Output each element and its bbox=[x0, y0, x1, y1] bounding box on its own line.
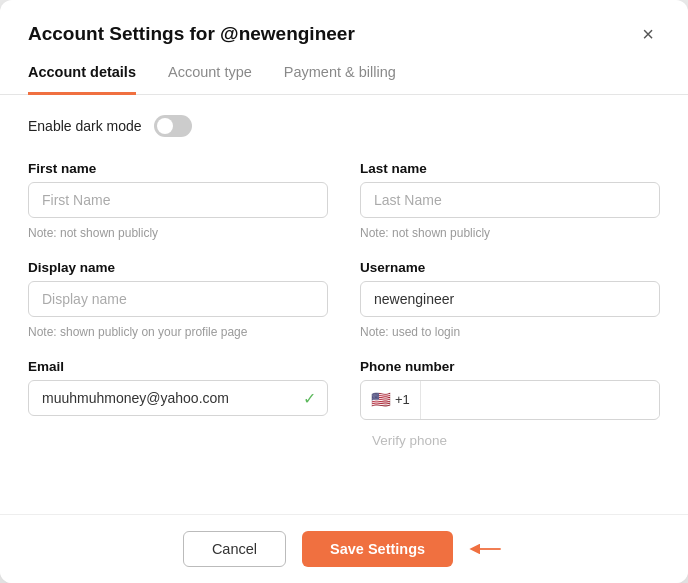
close-button[interactable]: × bbox=[636, 22, 660, 46]
cancel-button[interactable]: Cancel bbox=[183, 531, 286, 567]
phone-flag[interactable]: 🇺🇸 +1 bbox=[361, 381, 421, 419]
tab-account-details[interactable]: Account details bbox=[28, 64, 136, 95]
first-name-input[interactable] bbox=[28, 182, 328, 218]
display-name-label: Display name bbox=[28, 260, 328, 275]
us-flag-icon: 🇺🇸 bbox=[371, 390, 391, 409]
display-name-note: Note: shown publicly on your profile pag… bbox=[28, 325, 328, 339]
email-verified-icon: ✓ bbox=[303, 388, 316, 407]
account-settings-modal: Account Settings for @newengineer × Acco… bbox=[0, 0, 688, 583]
email-input[interactable] bbox=[28, 380, 328, 416]
form-grid: First name Note: not shown publicly Last… bbox=[28, 161, 660, 455]
phone-group: Phone number 🇺🇸 +1 Verify phone bbox=[360, 359, 660, 455]
email-wrapper: ✓ bbox=[28, 380, 328, 416]
first-name-group: First name Note: not shown publicly bbox=[28, 161, 328, 240]
country-code: +1 bbox=[395, 392, 410, 407]
tab-payment-billing[interactable]: Payment & billing bbox=[284, 64, 396, 95]
phone-input[interactable] bbox=[421, 383, 659, 417]
arrow-icon bbox=[469, 539, 505, 559]
last-name-note: Note: not shown publicly bbox=[360, 226, 660, 240]
last-name-input[interactable] bbox=[360, 182, 660, 218]
display-name-input[interactable] bbox=[28, 281, 328, 317]
email-label: Email bbox=[28, 359, 328, 374]
dark-mode-label: Enable dark mode bbox=[28, 118, 142, 134]
first-name-note: Note: not shown publicly bbox=[28, 226, 328, 240]
tab-account-type[interactable]: Account type bbox=[168, 64, 252, 95]
dark-mode-row: Enable dark mode bbox=[28, 115, 660, 137]
verify-phone-button[interactable]: Verify phone bbox=[360, 426, 660, 455]
arrow-indicator bbox=[469, 539, 505, 559]
save-settings-button[interactable]: Save Settings bbox=[302, 531, 453, 567]
username-label: Username bbox=[360, 260, 660, 275]
modal-header: Account Settings for @newengineer × bbox=[0, 0, 688, 46]
dark-mode-toggle[interactable] bbox=[154, 115, 192, 137]
username-group: Username Note: used to login bbox=[360, 260, 660, 339]
username-note: Note: used to login bbox=[360, 325, 660, 339]
phone-wrapper: 🇺🇸 +1 bbox=[360, 380, 660, 420]
modal-footer: Cancel Save Settings bbox=[0, 514, 688, 583]
last-name-label: Last name bbox=[360, 161, 660, 176]
first-name-label: First name bbox=[28, 161, 328, 176]
email-group: Email ✓ bbox=[28, 359, 328, 455]
username-input[interactable] bbox=[360, 281, 660, 317]
last-name-group: Last name Note: not shown publicly bbox=[360, 161, 660, 240]
display-name-group: Display name Note: shown publicly on you… bbox=[28, 260, 328, 339]
toggle-knob bbox=[157, 118, 173, 134]
modal-title: Account Settings for @newengineer bbox=[28, 23, 355, 45]
tabs-container: Account details Account type Payment & b… bbox=[0, 64, 688, 95]
modal-body: Enable dark mode First name Note: not sh… bbox=[0, 95, 688, 535]
phone-label: Phone number bbox=[360, 359, 660, 374]
